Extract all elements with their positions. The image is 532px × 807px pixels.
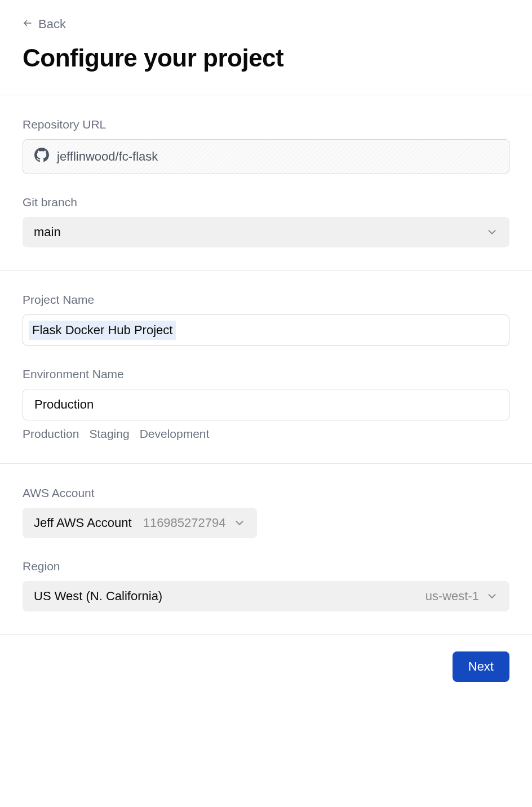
field-environment-name: Environment Name Production Staging Deve… <box>23 367 509 441</box>
project-name-input[interactable]: Flask Docker Hub Project <box>23 314 509 346</box>
git-branch-select[interactable]: main <box>23 217 509 247</box>
project-name-label: Project Name <box>23 293 509 307</box>
region-name: US West (N. California) <box>34 589 162 604</box>
field-region: Region US West (N. California) us-west-1 <box>23 560 509 611</box>
footer-actions: Next <box>0 635 532 704</box>
environment-name-input[interactable] <box>23 389 509 420</box>
aws-account-select[interactable]: Jeff AWS Account 116985272794 <box>23 508 257 538</box>
github-icon <box>34 148 49 166</box>
environment-suggestions: Production Staging Development <box>23 427 509 441</box>
section-aws: AWS Account Jeff AWS Account 11698527279… <box>0 464 532 635</box>
next-button[interactable]: Next <box>453 651 509 682</box>
repository-url-value: jefflinwood/fc-flask <box>57 149 158 164</box>
field-repository-url: Repository URL jefflinwood/fc-flask <box>23 118 509 174</box>
repository-url-label: Repository URL <box>23 118 509 131</box>
field-git-branch: Git branch main <box>23 196 509 247</box>
aws-account-name: Jeff AWS Account <box>34 516 132 530</box>
aws-account-label: AWS Account <box>23 486 509 500</box>
repository-url-display: jefflinwood/fc-flask <box>23 139 509 174</box>
field-project-name: Project Name Flask Docker Hub Project <box>23 293 509 346</box>
chevron-down-icon <box>486 590 498 602</box>
page-title: Configure your project <box>23 44 509 72</box>
git-branch-label: Git branch <box>23 196 509 209</box>
section-project: Project Name Flask Docker Hub Project En… <box>0 271 532 464</box>
aws-account-id: 116985272794 <box>143 516 226 530</box>
env-suggestion-development[interactable]: Development <box>140 427 210 441</box>
chevron-down-icon <box>233 517 246 529</box>
arrow-left-icon <box>23 17 33 32</box>
chevron-down-icon <box>486 226 498 238</box>
region-select[interactable]: US West (N. California) us-west-1 <box>23 581 509 611</box>
project-name-value: Flask Docker Hub Project <box>29 321 176 340</box>
section-repository: Repository URL jefflinwood/fc-flask Git … <box>0 95 532 271</box>
env-suggestion-production[interactable]: Production <box>23 427 79 441</box>
page-header: Back Configure your project <box>0 0 532 95</box>
env-suggestion-staging[interactable]: Staging <box>89 427 129 441</box>
back-link[interactable]: Back <box>23 17 66 32</box>
environment-name-label: Environment Name <box>23 367 509 381</box>
region-code: us-west-1 <box>425 589 479 604</box>
field-aws-account: AWS Account Jeff AWS Account 11698527279… <box>23 486 509 538</box>
back-label: Back <box>38 17 66 32</box>
region-label: Region <box>23 560 509 573</box>
git-branch-value: main <box>34 225 61 240</box>
